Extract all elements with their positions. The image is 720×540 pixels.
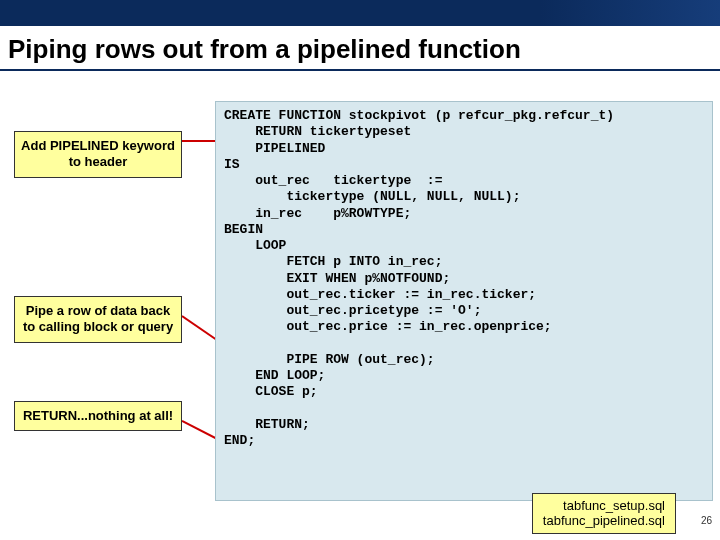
page-number: 26 <box>701 515 712 526</box>
slide-title: Piping rows out from a pipelined functio… <box>0 26 720 71</box>
callout-pipelined-keyword: Add PIPELINED keyword to header <box>14 131 182 178</box>
filename-1: tabfunc_setup.sql <box>543 498 665 514</box>
callout-pipe-row: Pipe a row of data back to calling block… <box>14 296 182 343</box>
footer-filenames: tabfunc_setup.sql tabfunc_pipelined.sql <box>532 493 676 534</box>
callout-return-nothing: RETURN...nothing at all! <box>14 401 182 431</box>
slide-body: Add PIPELINED keyword to header Pipe a r… <box>0 71 720 537</box>
filename-2: tabfunc_pipelined.sql <box>543 513 665 529</box>
header-bar <box>0 0 720 26</box>
code-block: CREATE FUNCTION stockpivot (p refcur_pkg… <box>215 101 713 501</box>
